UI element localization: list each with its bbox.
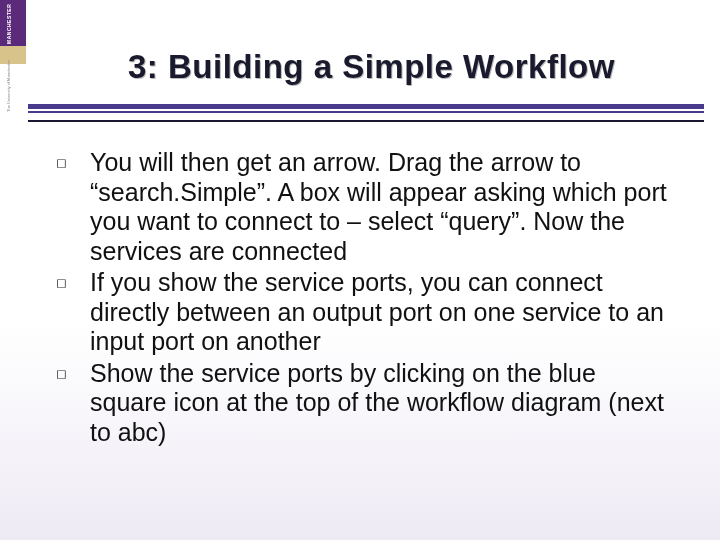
- divider-thin: [28, 111, 704, 113]
- slide-title: 3: Building a Simple Workflow: [128, 48, 688, 86]
- list-item: ◻ You will then get an arrow. Drag the a…: [54, 148, 678, 266]
- title-divider: [28, 104, 704, 122]
- divider-thick: [28, 104, 704, 109]
- bullet-text: You will then get an arrow. Drag the arr…: [90, 148, 678, 266]
- logo-name: MANCHESTER: [6, 4, 12, 44]
- list-item: ◻ If you show the service ports, you can…: [54, 268, 678, 357]
- bullet-text: Show the service ports by clicking on th…: [90, 359, 678, 448]
- slide: MANCHESTER The University of Manchester …: [0, 0, 720, 540]
- logo-year-box: [0, 46, 26, 64]
- bullet-icon: ◻: [54, 148, 90, 266]
- university-logo: MANCHESTER The University of Manchester: [0, 0, 26, 116]
- logo-subtitle: The University of Manchester: [6, 60, 11, 112]
- bullet-text: If you show the service ports, you can c…: [90, 268, 678, 357]
- bullet-icon: ◻: [54, 268, 90, 357]
- list-item: ◻ Show the service ports by clicking on …: [54, 359, 678, 448]
- slide-body: ◻ You will then get an arrow. Drag the a…: [54, 148, 678, 449]
- bullet-icon: ◻: [54, 359, 90, 448]
- divider-dark: [28, 120, 704, 122]
